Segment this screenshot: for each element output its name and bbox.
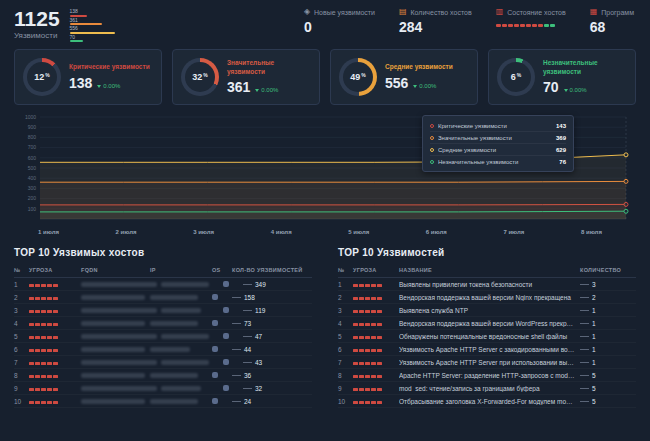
tooltip-label: Незначительные уязвимости <box>438 159 555 165</box>
host-status-bar <box>496 24 566 27</box>
host-row[interactable]: 1024 <box>14 395 312 408</box>
count-spark-icon <box>580 362 589 363</box>
threat-level-bars <box>353 320 395 327</box>
count-spark-icon <box>243 284 252 285</box>
vulns-table-title: TOP 10 Уязвимостей <box>338 247 636 258</box>
vulnerability-name: Вендорская поддержка вашей версии WordPr… <box>399 320 576 327</box>
os-icon <box>212 398 228 405</box>
stat-programs: ▦Программ68 <box>590 8 634 35</box>
ip-redacted <box>150 346 208 353</box>
vulnerability-name: Уязвимость Apache HTTP Server с закодиро… <box>399 346 576 353</box>
sparkline-bar <box>70 40 83 42</box>
severity-cards: 12%Критические уязвимости1380.00%32%Знач… <box>0 44 650 105</box>
vulns-table-body: 1Выявлены привилегии токена безопасности… <box>338 278 636 408</box>
host-row[interactable]: 644 <box>14 343 312 356</box>
threat-level-bars <box>353 333 395 340</box>
stat-hosts-status: ▥Состояние хостов <box>496 8 566 35</box>
svg-text:300: 300 <box>28 185 37 191</box>
host-row[interactable]: 1349 <box>14 278 312 291</box>
count-spark-icon <box>580 401 589 402</box>
tooltip-row: Незначительные уязвимости76 <box>430 156 566 167</box>
vulnerability-name: Обнаружены потенциальные вредоносные she… <box>399 333 576 340</box>
host-row[interactable]: 3119 <box>14 304 312 317</box>
row-index: 10 <box>14 398 25 405</box>
os-icon <box>223 333 239 340</box>
count-spark-icon <box>232 323 241 324</box>
host-row[interactable]: 932 <box>14 382 312 395</box>
threat-level-bars <box>353 372 395 379</box>
host-row[interactable]: 836 <box>14 369 312 382</box>
vulnerability-row[interactable]: 5Обнаружены потенциальные вредоносные sh… <box>338 330 636 343</box>
tooltip-value: 76 <box>559 159 566 165</box>
fqdn-redacted <box>81 359 157 366</box>
threat-level-bars <box>29 359 77 366</box>
vulnerability-name: Вендорская поддержка вашей версии Nginx … <box>399 294 576 301</box>
count-spark-icon <box>580 323 589 324</box>
card-value: 361 <box>227 79 250 95</box>
severity-card[interactable]: 12%Критические уязвимости1380.00% <box>14 49 162 105</box>
topbar: 1125 Уязвимости 13836155670 ◈Новые уязви… <box>0 0 650 44</box>
stat-value: 0 <box>304 19 375 35</box>
card-title: Незначительные уязвимости <box>543 59 627 75</box>
vulnerability-row[interactable]: 6Уязвимость Apache HTTP Server с закодир… <box>338 343 636 356</box>
vulnerability-trend-chart[interactable]: 1002003004005006007008009001000 1 июля2 … <box>14 111 636 235</box>
fqdn-redacted <box>81 281 157 288</box>
stat-new-vulns: ◈Новые уязвимости0 <box>304 8 375 35</box>
vulnerability-row[interactable]: 3Выявлена служба NTP1 <box>338 304 636 317</box>
vuln-count: 1 <box>580 346 636 353</box>
card-value: 70 <box>543 79 559 95</box>
svg-text:500: 500 <box>28 165 37 171</box>
col-ip: IP <box>150 267 208 273</box>
count-spark-icon <box>243 362 252 363</box>
count-spark-icon <box>580 310 589 311</box>
vulnerability-row[interactable]: 8Apache HTTP Server: разделение HTTP-зап… <box>338 369 636 382</box>
severity-card[interactable]: 6%Незначительные уязвимости700.00% <box>488 49 636 105</box>
host-row[interactable]: 473 <box>14 317 312 330</box>
fqdn-redacted <box>81 307 157 314</box>
donut-gauge: 6% <box>497 58 535 96</box>
row-index: 10 <box>338 398 349 405</box>
svg-text:400: 400 <box>28 175 37 181</box>
ip-redacted <box>150 398 208 405</box>
row-index: 2 <box>14 294 25 301</box>
severity-card[interactable]: 49%Средние уязвимости5560.00% <box>330 49 478 105</box>
trend-down-icon <box>564 89 568 92</box>
vuln-count: 5 <box>580 398 636 405</box>
vulnerability-row[interactable]: 7Уязвимость Apache HTTP Server при испол… <box>338 356 636 369</box>
host-row[interactable]: 547 <box>14 330 312 343</box>
x-axis-label: 8 июля <box>581 229 602 235</box>
row-index: 3 <box>338 307 349 314</box>
os-icon <box>223 359 239 366</box>
threat-level-bars <box>353 385 395 392</box>
vulnerability-row[interactable]: 4Вендорская поддержка вашей версии WordP… <box>338 317 636 330</box>
col-num: № <box>338 267 349 273</box>
total-vulnerabilities: 1125 Уязвимости <box>14 8 60 40</box>
vulnerability-row[interactable]: 2Вендорская поддержка вашей версии Nginx… <box>338 291 636 304</box>
vulnerability-name: Apache HTTP Server: разделение HTTP-запр… <box>399 372 576 379</box>
vuln-count: 158 <box>232 294 312 301</box>
fqdn-redacted <box>81 320 146 327</box>
vulnerability-row[interactable]: 1Выявлены привилегии токена безопасности… <box>338 278 636 291</box>
row-index: 1 <box>14 281 25 288</box>
count-spark-icon <box>580 388 589 389</box>
ip-redacted <box>161 359 219 366</box>
ip-redacted <box>150 320 208 327</box>
donut-percent: 49% <box>339 58 377 96</box>
os-icon <box>212 294 228 301</box>
svg-text:1000: 1000 <box>25 114 36 120</box>
card-value: 138 <box>69 75 92 91</box>
vulnerability-row[interactable]: 9mod_sed: чтение/запись за границами буф… <box>338 382 636 395</box>
fqdn-redacted <box>81 385 157 392</box>
host-row[interactable]: 743 <box>14 356 312 369</box>
count-spark-icon <box>243 388 252 389</box>
row-index: 3 <box>14 307 25 314</box>
severity-card[interactable]: 32%Значительные уязвимости3610.00% <box>172 49 320 105</box>
row-index: 1 <box>338 281 349 288</box>
top-stats: ◈Новые уязвимости0▤Количество хостов284▥… <box>304 8 636 35</box>
vuln-count: 1 <box>580 307 636 314</box>
severity-sparkline: 13836155670 <box>70 9 115 42</box>
threat-level-bars <box>29 333 77 340</box>
host-row[interactable]: 2158 <box>14 291 312 304</box>
col-count: Кол-во уязвимостей <box>232 267 312 273</box>
vulnerability-row[interactable]: 10Отбрасывание заголовка X-Forwarded-For… <box>338 395 636 408</box>
